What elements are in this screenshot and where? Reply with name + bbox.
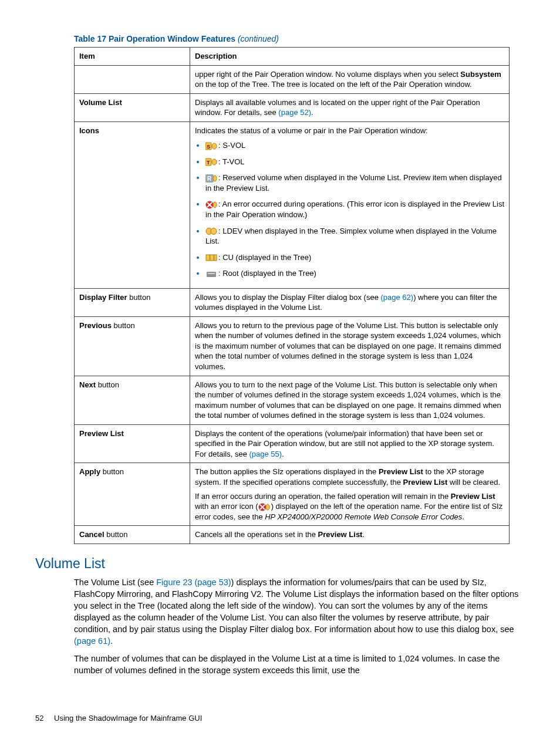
features-table: Item Description upper right of the Pair… (74, 47, 510, 544)
table-row: Next button Allows you to turn to the ne… (75, 376, 510, 424)
list-item: : An error occurred during operations. (… (205, 199, 504, 220)
cell-item-volume-list: Volume List (75, 93, 190, 121)
footer-title: Using the ShadowImage for Mainframe GUI (54, 714, 202, 723)
list-item: : CU (displayed in the Tree) (205, 252, 504, 263)
table-row: upper right of the Pair Operation window… (75, 65, 510, 93)
error-icon (205, 201, 217, 209)
cell-desc-continuation: upper right of the Pair Operation window… (190, 65, 510, 93)
svol-icon: S (205, 142, 217, 150)
cell-item-icons: Icons (75, 121, 190, 288)
xref-page-61[interactable]: (page 61) (74, 636, 110, 646)
svg-point-5 (212, 159, 217, 165)
svg-text:S: S (207, 144, 210, 150)
list-item: S: S-VOL (205, 140, 504, 151)
table-row: Display Filter button Allows you to disp… (75, 288, 510, 316)
cell-desc-volume-list: Displays all available volumes and is lo… (190, 93, 510, 121)
cell-item-display-filter: Display Filter button (75, 288, 190, 316)
svg-rect-15 (214, 255, 217, 261)
section-paragraph-2: The number of volumes that can be displa… (74, 653, 525, 676)
table-caption: Table 17 Pair Operation Window Features … (74, 34, 525, 43)
cell-item-blank (75, 65, 190, 93)
section-body: The Volume List (see Figure 23 (page 53)… (74, 576, 525, 676)
list-item: : LDEV when displayed in the Tree. Simpl… (205, 226, 504, 247)
table-row: Preview List Displays the content of the… (75, 424, 510, 463)
page-footer: 52 Using the ShadowImage for Mainframe G… (35, 714, 202, 723)
svg-rect-13 (206, 255, 210, 261)
svg-point-12 (211, 228, 217, 235)
cell-item-preview-list: Preview List (75, 424, 190, 463)
svg-text:T: T (207, 160, 210, 166)
svg-point-10 (213, 202, 217, 208)
caption-main: Table 17 Pair Operation Window Features (74, 34, 235, 43)
reserved-icon: R (205, 174, 217, 183)
caption-continued: (continued) (238, 34, 279, 43)
cell-desc-preview-list: Displays the content of the operations (… (190, 424, 510, 463)
table-row: Cancel button Cancels all the operations… (75, 526, 510, 544)
cell-item-previous: Previous button (75, 316, 190, 376)
cell-desc-cancel: Cancels all the operations set in the Pr… (190, 526, 510, 544)
xref-figure-23[interactable]: Figure 23 (page 53) (156, 578, 231, 587)
xref-page-52[interactable]: (page 52) (278, 108, 311, 117)
svg-rect-17 (208, 273, 215, 274)
col-description: Description (190, 48, 510, 66)
cell-item-cancel: Cancel button (75, 526, 190, 544)
cu-icon (205, 254, 217, 262)
table-row: Apply button The button applies the SIz … (75, 463, 510, 526)
inline-error-icon (258, 503, 270, 511)
xref-page-62[interactable]: (page 62) (380, 293, 413, 302)
icon-bullet-list: S: S-VOL T: T-VOL R: Reserved volume whe… (195, 140, 504, 278)
root-icon (205, 270, 217, 278)
cell-desc-apply: The button applies the SIz operations di… (190, 463, 510, 526)
svg-point-8 (213, 175, 217, 181)
list-item: T: T-VOL (205, 157, 504, 167)
list-item: R: Reserved volume when displayed in the… (205, 173, 504, 193)
xref-page-55[interactable]: (page 55) (249, 450, 282, 458)
section-heading-volume-list: Volume List (35, 556, 525, 572)
cell-item-apply: Apply button (75, 463, 190, 526)
ldev-icon (205, 227, 217, 235)
table-row: Volume List Displays all available volum… (75, 93, 510, 121)
page-number: 52 (35, 714, 43, 723)
cell-desc-icons: Indicates the status of a volume or pair… (190, 121, 510, 288)
svg-text:R: R (207, 175, 212, 182)
cell-desc-next: Allows you to turn to the next page of t… (190, 376, 510, 424)
list-item: : Root (displayed in the Tree) (205, 268, 504, 279)
cell-desc-display-filter: Allows you to display the Display Filter… (190, 288, 510, 316)
table-row: Icons Indicates the status of a volume o… (75, 121, 510, 288)
col-item: Item (75, 48, 190, 66)
cell-item-next: Next button (75, 376, 190, 424)
tvol-icon: T (205, 158, 217, 166)
svg-point-2 (212, 143, 217, 149)
table-header-row: Item Description (75, 48, 510, 66)
cell-desc-previous: Allows you to return to the previous pag… (190, 316, 510, 376)
table-row: Previous button Allows you to return to … (75, 316, 510, 376)
svg-point-19 (266, 504, 269, 510)
svg-rect-14 (210, 255, 214, 261)
svg-rect-16 (207, 272, 216, 277)
